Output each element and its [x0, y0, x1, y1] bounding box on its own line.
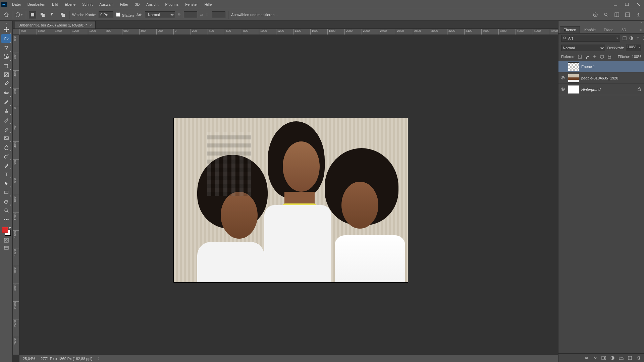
history-brush-tool[interactable] [1, 116, 11, 124]
menu-3d[interactable]: 3D [131, 0, 143, 9]
crop-tool[interactable] [1, 61, 11, 70]
menu-datei[interactable]: Datei [9, 0, 24, 9]
arrange-documents-icon[interactable] [614, 12, 620, 18]
blend-mode-select[interactable]: Normal [561, 45, 605, 51]
layer-thumbnail[interactable] [568, 74, 579, 82]
link-layers-icon[interactable] [584, 355, 589, 361]
ruler-horizontal[interactable]: 8001600140012001000800600400200020040060… [19, 29, 558, 35]
move-tool[interactable] [1, 25, 11, 34]
adjustment-layer-icon[interactable] [610, 355, 615, 361]
statusbar-flyout-icon[interactable]: 〉 [98, 356, 101, 361]
lock-artboard-icon[interactable] [599, 54, 605, 59]
cloud-docs-icon[interactable] [592, 12, 598, 18]
close-button[interactable] [633, 0, 644, 9]
lock-position-icon[interactable] [592, 54, 597, 59]
antialias-checkbox-wrap[interactable]: Glätten [116, 12, 133, 17]
document-info[interactable]: 2771 Px x 1869 Px (182,88 ppi) [41, 357, 92, 361]
lock-all-icon[interactable] [607, 54, 612, 59]
layer-mask-icon[interactable] [601, 355, 606, 361]
ruler-vertical[interactable]: 8006004002000200400600800100012001400160… [13, 35, 19, 355]
dodge-tool[interactable] [1, 152, 11, 161]
brush-tool[interactable] [1, 98, 11, 106]
menu-filter[interactable]: Filter [117, 0, 131, 9]
layer-row[interactable]: Hintergrund [558, 84, 644, 95]
toolbox-collapse-icon[interactable]: » [0, 21, 12, 25]
opacity-input[interactable]: 100% [626, 45, 641, 51]
layer-row[interactable]: Ebene 1 [558, 61, 644, 72]
filter-type-icon[interactable] [636, 35, 640, 41]
selection-intersect-button[interactable] [59, 11, 66, 18]
ellipse-marquee-tool[interactable] [1, 34, 11, 43]
tool-preset-picker[interactable]: ▼ [16, 11, 23, 18]
menu-plug-ins[interactable]: Plug-ins [162, 0, 182, 9]
new-layer-icon[interactable] [627, 355, 633, 361]
filter-adjust-icon[interactable] [629, 35, 634, 41]
lock-pixels-icon[interactable] [585, 54, 590, 59]
visibility-toggle-icon[interactable] [560, 87, 566, 92]
layer-name[interactable]: Hintergrund [581, 87, 635, 92]
lock-transparency-icon[interactable] [577, 54, 583, 59]
swap-colors-icon[interactable]: ⇄ [9, 226, 11, 229]
color-swatches[interactable]: ⇄ [1, 226, 11, 236]
tab-3d[interactable]: 3D [618, 26, 630, 33]
filter-shape-icon[interactable] [642, 35, 644, 41]
layer-filter-input[interactable] [568, 36, 614, 40]
object-selection-tool[interactable] [1, 52, 11, 61]
share-icon[interactable] [635, 12, 641, 18]
tab-kanaele[interactable]: Kanäle [581, 26, 599, 33]
foreground-color-swatch[interactable] [2, 227, 8, 233]
new-group-icon[interactable] [619, 355, 624, 361]
select-and-mask-button[interactable]: Auswählen und maskieren... [231, 13, 277, 17]
selection-subtract-button[interactable] [49, 11, 56, 18]
pen-tool[interactable] [1, 161, 11, 170]
rectangle-shape-tool[interactable] [1, 188, 11, 197]
layer-name[interactable]: people-3104635_1920 [581, 76, 643, 80]
zoom-level[interactable]: 25,04% [23, 357, 35, 361]
blur-tool[interactable] [1, 143, 11, 152]
type-tool[interactable] [1, 170, 11, 179]
filter-pixel-icon[interactable] [622, 35, 627, 41]
tab-pfade[interactable]: Pfade [600, 26, 617, 33]
home-icon[interactable] [3, 11, 10, 18]
selection-new-button[interactable] [29, 11, 36, 18]
layer-name[interactable]: Ebene 1 [581, 65, 643, 69]
menu-auswahl[interactable]: Auswahl [96, 0, 117, 9]
close-tab-icon[interactable]: × [90, 23, 92, 27]
delete-layer-icon[interactable] [636, 355, 641, 361]
eraser-tool[interactable] [1, 125, 11, 133]
gradient-tool[interactable] [1, 134, 11, 142]
workspace-switcher-icon[interactable] [625, 12, 631, 18]
menu-schrift[interactable]: Schrift [79, 0, 96, 9]
clone-stamp-tool[interactable] [1, 107, 11, 115]
selection-add-button[interactable] [39, 11, 46, 18]
panel-menu-icon[interactable]: ≡ [637, 26, 644, 33]
search-icon[interactable] [603, 12, 609, 18]
menu-ansicht[interactable]: Ansicht [143, 0, 162, 9]
fill-input[interactable]: 100% [632, 55, 641, 59]
minimize-button[interactable] [610, 0, 621, 9]
panel-collapse-icon[interactable]: « [558, 21, 644, 24]
menu-ebene[interactable]: Ebene [61, 0, 79, 9]
style-select[interactable]: Normal [145, 11, 175, 18]
tab-ebenen[interactable]: Ebenen [560, 26, 580, 33]
eyedropper-tool[interactable] [1, 79, 11, 88]
path-selection-tool[interactable] [1, 179, 11, 188]
canvas[interactable] [19, 35, 558, 355]
antialias-checkbox[interactable] [116, 12, 120, 17]
frame-tool[interactable] [1, 70, 11, 79]
visibility-toggle-icon[interactable] [560, 75, 566, 81]
screenmode-button[interactable] [1, 244, 11, 252]
menu-fenster[interactable]: Fenster [182, 0, 201, 9]
ruler-origin[interactable] [13, 29, 19, 35]
maximize-button[interactable] [621, 0, 633, 9]
lasso-tool[interactable] [1, 43, 11, 52]
quickmask-button[interactable] [1, 237, 11, 244]
document-tab[interactable]: Unbenannt-1 bei 25% (Ebene 1, RGB/8) * × [15, 21, 96, 28]
feather-input[interactable] [99, 11, 113, 18]
menu-bearbeiten[interactable]: Bearbeiten [24, 0, 49, 9]
menu-bild[interactable]: Bild [49, 0, 61, 9]
layer-thumbnail[interactable] [568, 85, 579, 94]
layer-row[interactable]: people-3104635_1920 [558, 72, 644, 84]
layer-thumbnail[interactable] [568, 62, 579, 71]
edit-toolbar-icon[interactable] [1, 215, 11, 224]
